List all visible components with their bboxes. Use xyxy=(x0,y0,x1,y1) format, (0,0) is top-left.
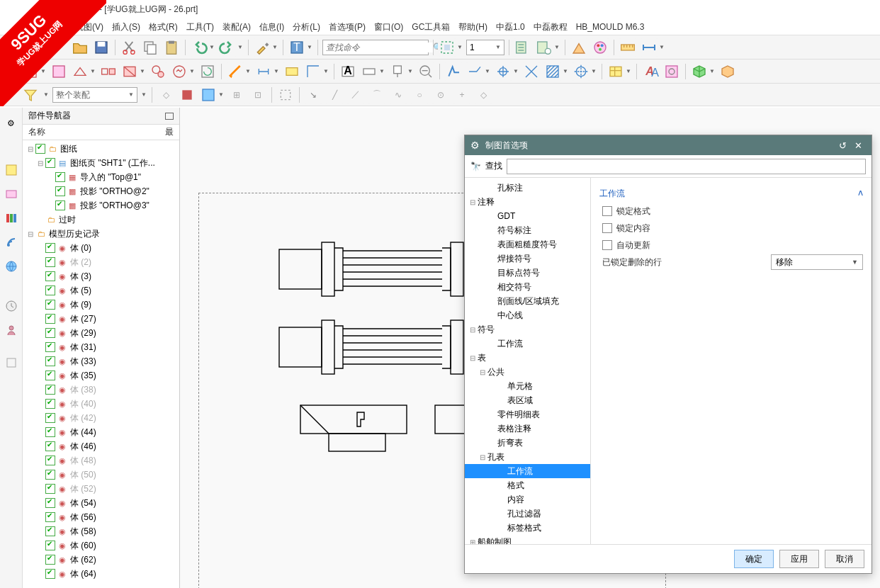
tree-row[interactable]: ⊟🗀模型历史记录 xyxy=(23,227,179,241)
pref-tree-row[interactable]: 孔过滤器 xyxy=(465,507,590,521)
checkbox[interactable] xyxy=(45,300,55,310)
checkbox[interactable] xyxy=(45,158,55,168)
menu-item[interactable]: 工具(T) xyxy=(182,18,218,36)
tree-row[interactable]: ◉体 (9) xyxy=(23,298,179,312)
assembly-scope-select[interactable]: 整个装配▼ xyxy=(52,87,137,103)
zoom-out-icon[interactable] xyxy=(417,62,435,81)
tree-row[interactable]: ▩投影 "ORTHO@3" xyxy=(23,198,179,213)
tree-row[interactable]: ◉体 (54) xyxy=(23,496,179,510)
tree-row[interactable]: ◉体 (40) xyxy=(23,397,179,411)
prefs-icon[interactable] xyxy=(570,38,588,57)
touch-mode-icon[interactable]: T xyxy=(288,38,306,57)
checkbox[interactable] xyxy=(45,526,55,536)
tree-row[interactable]: ◉体 (35) xyxy=(23,368,179,383)
dimension-icon[interactable] xyxy=(640,38,658,57)
sheet-number[interactable]: 1▼ xyxy=(466,40,504,55)
pref-tree-row[interactable]: GDT xyxy=(465,209,590,223)
pref-tree-row[interactable]: 标签格式 xyxy=(465,521,590,535)
paste-icon[interactable] xyxy=(162,38,181,57)
vtab-constraint-icon[interactable] xyxy=(1,184,21,204)
no-filter-icon[interactable] xyxy=(21,86,40,104)
tree-row[interactable]: ◉体 (62) xyxy=(23,553,179,567)
checkbox[interactable] xyxy=(45,385,55,395)
checkbox[interactable] xyxy=(45,328,55,338)
feature-param-icon[interactable] xyxy=(283,62,301,81)
section-view-icon[interactable] xyxy=(120,62,139,81)
checkbox[interactable] xyxy=(55,172,65,182)
checkbox[interactable] xyxy=(45,371,55,380)
command-search[interactable]: 🔍 xyxy=(322,40,429,55)
pref-tree-row[interactable]: 单元格 xyxy=(465,379,590,393)
edit-annotation-icon[interactable]: AA xyxy=(641,62,660,81)
cube-orange-icon[interactable] xyxy=(718,62,737,81)
checkbox[interactable] xyxy=(45,541,55,550)
measure-icon[interactable] xyxy=(619,38,637,57)
tree-row[interactable]: ⊟🗀图纸 xyxy=(23,142,179,156)
opt-lock-format[interactable]: 锁定格式 xyxy=(599,203,863,220)
find-input[interactable] xyxy=(507,159,866,174)
centerline-icon[interactable] xyxy=(572,62,590,81)
sel-rect-icon[interactable] xyxy=(276,86,295,104)
col-name[interactable]: 名称 xyxy=(28,126,45,138)
vtab-signal-icon[interactable] xyxy=(1,232,21,252)
open-icon[interactable] xyxy=(71,38,89,57)
checkbox[interactable] xyxy=(45,342,55,352)
menu-item[interactable]: 帮助(H) xyxy=(454,18,492,36)
menu-item[interactable]: 分析(L) xyxy=(288,18,325,36)
checkbox[interactable] xyxy=(45,484,55,494)
deleted-rows-combo[interactable]: 移除▼ xyxy=(771,254,863,270)
pref-tree-row[interactable]: 符号标注 xyxy=(465,223,590,237)
expander-icon[interactable]: ⊟ xyxy=(478,453,487,461)
opt-lock-content[interactable]: 锁定内容 xyxy=(599,220,863,237)
tree-row[interactable]: ◉体 (27) xyxy=(23,312,179,326)
expander-icon[interactable]: ⊟ xyxy=(35,159,45,167)
tree-row[interactable]: ◉体 (58) xyxy=(23,524,179,538)
dim-style-icon[interactable] xyxy=(254,62,273,81)
tree-row[interactable]: ◉体 (56) xyxy=(23,510,179,524)
checkbox[interactable] xyxy=(55,186,65,196)
tree-row[interactable]: ▩投影 "ORTHO@2" xyxy=(23,184,179,198)
checkbox-lock-content[interactable] xyxy=(602,223,612,233)
vtab-roles-icon[interactable] xyxy=(1,320,21,340)
update-views-icon[interactable] xyxy=(198,62,217,81)
copy-icon[interactable] xyxy=(141,38,159,57)
tree-row[interactable]: 🗀过时 xyxy=(23,213,179,227)
reset-icon[interactable]: ↺ xyxy=(835,140,850,151)
apply-button[interactable]: 应用 xyxy=(779,550,819,568)
checkbox[interactable] xyxy=(45,555,55,565)
checkbox[interactable] xyxy=(45,512,55,522)
pref-tree-row[interactable]: 表面粗糙度符号 xyxy=(465,237,590,251)
palette-icon[interactable] xyxy=(591,38,609,57)
expander-icon[interactable]: ⊟ xyxy=(468,326,478,334)
layer-visible-icon[interactable] xyxy=(535,38,553,57)
tree-row[interactable]: ◉体 (44) xyxy=(23,425,179,439)
sk-diamond-icon[interactable]: ◇ xyxy=(474,86,492,104)
pref-tree-row[interactable]: 工作流 xyxy=(465,337,590,351)
rapid-dim-icon[interactable] xyxy=(226,62,244,81)
tree-row[interactable]: ◉体 (60) xyxy=(23,538,179,553)
redo-icon[interactable] xyxy=(218,38,237,57)
pref-tree-row[interactable]: 表区域 xyxy=(465,393,590,407)
vtab-globe-icon[interactable] xyxy=(1,256,21,276)
checkbox[interactable] xyxy=(45,257,55,267)
pref-tree-row[interactable]: 中心线 xyxy=(465,308,590,322)
view-wizard-icon[interactable] xyxy=(50,62,68,81)
pref-tree-row[interactable]: 工作流 xyxy=(465,464,590,478)
tree-row[interactable]: ◉体 (33) xyxy=(23,354,179,368)
vtab-history-icon[interactable] xyxy=(1,296,21,316)
sk-line2-icon[interactable]: ／ xyxy=(346,86,365,104)
col-new[interactable]: 最 xyxy=(165,126,174,138)
menu-item[interactable]: GC工具箱 xyxy=(407,18,454,36)
opt-auto-update[interactable]: 自动更新 xyxy=(599,237,863,254)
dialog-titlebar[interactable]: ⚙ 制图首选项 ↺ ✕ xyxy=(465,135,871,155)
checkbox[interactable] xyxy=(45,456,55,465)
sel-misc2-icon[interactable] xyxy=(178,86,196,104)
target-icon[interactable] xyxy=(494,62,512,81)
tree-row[interactable]: ▦导入的 "Top@1" xyxy=(23,170,179,184)
pref-tree-row[interactable]: 表格注释 xyxy=(465,422,590,436)
menu-item[interactable]: 插入(S) xyxy=(108,18,145,36)
tree-row[interactable]: ⊟▤图纸页 "SHT1" (工作... xyxy=(23,156,179,170)
tree-row[interactable]: ◉体 (52) xyxy=(23,482,179,496)
pref-tree-row[interactable]: ⊟注释 xyxy=(465,195,590,209)
tree-row[interactable]: ◉体 (46) xyxy=(23,439,179,453)
